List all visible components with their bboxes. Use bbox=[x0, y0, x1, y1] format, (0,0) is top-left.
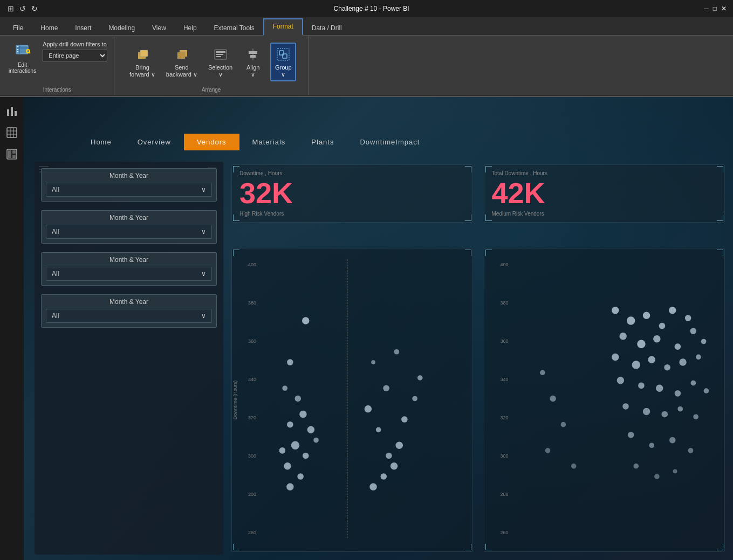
arrange-group-label: Arrange bbox=[114, 87, 308, 93]
pbi-sidebar bbox=[0, 97, 24, 560]
svg-point-85 bbox=[690, 381, 696, 386]
tab-file[interactable]: File bbox=[4, 21, 32, 35]
edit-interactions-button[interactable]: Edit interactions bbox=[6, 39, 38, 76]
svg-rect-15 bbox=[216, 51, 225, 53]
kpi-right-sublabel: Medium Risk Vendors bbox=[492, 211, 717, 217]
svg-point-88 bbox=[642, 408, 649, 415]
tab-external-tools[interactable]: External Tools bbox=[205, 21, 263, 35]
svg-rect-24 bbox=[7, 109, 9, 116]
apply-drill-label: Apply drill down filters to bbox=[43, 41, 107, 47]
tab-view[interactable]: View bbox=[143, 21, 175, 35]
chart-right-br bbox=[717, 544, 723, 550]
window-controls: ─□✕ bbox=[704, 5, 727, 12]
selection-button[interactable]: Selection∨ bbox=[205, 44, 236, 80]
slicer-2-dropdown[interactable]: All ∨ bbox=[46, 225, 212, 239]
svg-point-52 bbox=[391, 462, 398, 469]
tab-format[interactable]: Format bbox=[263, 18, 303, 36]
svg-point-66 bbox=[659, 323, 665, 329]
slicer-3-value: All bbox=[52, 270, 59, 278]
svg-point-98 bbox=[673, 469, 677, 474]
tab-home[interactable]: Home bbox=[32, 21, 66, 35]
y-axis-label-left: Downtime (Hours) bbox=[232, 381, 238, 420]
svg-point-45 bbox=[313, 438, 319, 443]
svg-point-6 bbox=[17, 51, 18, 52]
slicer-2-value: All bbox=[52, 228, 59, 236]
tab-modeling[interactable]: Modeling bbox=[100, 21, 143, 35]
slicer-1-dropdown[interactable]: All ∨ bbox=[46, 183, 212, 197]
save-icon[interactable]: ⊞ bbox=[6, 4, 15, 13]
svg-rect-16 bbox=[216, 54, 223, 55]
scatter-svg-right bbox=[511, 259, 720, 538]
svg-text:←: ← bbox=[176, 56, 180, 60]
chart-right-tr bbox=[717, 250, 723, 256]
svg-point-56 bbox=[401, 416, 408, 423]
nav-tab-materials[interactable]: Materials bbox=[239, 134, 299, 150]
bring-forward-label: Bringforward ∨ bbox=[129, 64, 155, 78]
y-scale-left: 400380360340320300280260 bbox=[248, 262, 256, 535]
main-canvas: Home Overview Vendors Materials Plants D… bbox=[24, 97, 733, 560]
undo-icon[interactable]: ↺ bbox=[18, 4, 27, 13]
kpi-section: Downtime , Hours 32K High Risk Vendors T… bbox=[231, 164, 725, 223]
svg-point-69 bbox=[619, 333, 626, 340]
chart-left-bl bbox=[233, 544, 239, 550]
nav-tab-plants[interactable]: Plants bbox=[298, 134, 347, 150]
interactions-group-label: Interactions bbox=[0, 87, 114, 93]
slicer-1-arrow: ∨ bbox=[201, 186, 206, 193]
nav-tab-overview[interactable]: Overview bbox=[125, 134, 184, 150]
svg-point-91 bbox=[693, 414, 698, 419]
bar-chart-icon[interactable] bbox=[2, 101, 22, 121]
ribbon-tabs-row: File Home Insert Modeling View Help Exte… bbox=[0, 17, 733, 36]
tab-insert[interactable]: Insert bbox=[66, 21, 100, 35]
svg-point-38 bbox=[284, 462, 291, 469]
svg-point-59 bbox=[383, 385, 389, 391]
svg-point-63 bbox=[612, 307, 619, 314]
interactions-group: Edit interactions Apply drill down filte… bbox=[0, 36, 114, 95]
tab-help[interactable]: Help bbox=[175, 21, 205, 35]
svg-point-62 bbox=[394, 349, 400, 355]
slicer-4-dropdown[interactable]: All ∨ bbox=[46, 309, 212, 323]
slicer-2-arrow: ∨ bbox=[201, 228, 206, 236]
svg-point-73 bbox=[690, 328, 696, 334]
send-backward-button[interactable]: ← Sendbackward ∨ bbox=[163, 44, 201, 80]
svg-point-50 bbox=[369, 483, 376, 490]
svg-rect-19 bbox=[249, 51, 257, 54]
nav-tab-downtime[interactable]: DowntimeImpact bbox=[347, 134, 433, 150]
title-bar-left: ⊞ ↺ ↻ bbox=[6, 4, 39, 13]
svg-point-97 bbox=[654, 474, 660, 479]
chart-left: 400380360340320300280260 Downtime (Hours… bbox=[231, 248, 473, 552]
chart-right: 400380360340320300280260 bbox=[484, 248, 725, 552]
svg-point-87 bbox=[622, 403, 629, 410]
svg-point-60 bbox=[417, 375, 423, 381]
nav-tab-vendors[interactable]: Vendors bbox=[184, 134, 239, 150]
svg-point-43 bbox=[299, 411, 306, 418]
svg-point-70 bbox=[637, 340, 645, 348]
apply-drill-dropdown[interactable]: Entire page Selected visuals bbox=[43, 50, 107, 61]
svg-point-74 bbox=[701, 339, 706, 344]
svg-point-93 bbox=[649, 443, 654, 448]
window-title: Challenge # 10 - Power BI bbox=[334, 5, 409, 12]
page-layout-icon[interactable] bbox=[2, 144, 22, 164]
svg-rect-26 bbox=[15, 111, 17, 116]
kpi-left-sublabel: High Risk Vendors bbox=[239, 211, 465, 217]
svg-point-101 bbox=[560, 422, 566, 427]
nav-tab-home[interactable]: Home bbox=[78, 134, 125, 150]
svg-point-99 bbox=[540, 370, 545, 375]
corner-bl bbox=[233, 215, 239, 221]
group-label: Group∨ bbox=[275, 64, 292, 78]
slicer-3-dropdown[interactable]: All ∨ bbox=[46, 267, 212, 281]
table-icon[interactable] bbox=[2, 123, 22, 142]
group-button[interactable]: Group∨ bbox=[270, 43, 296, 81]
svg-rect-27 bbox=[7, 128, 17, 137]
svg-point-41 bbox=[307, 426, 314, 433]
bring-forward-button[interactable]: Bringforward ∨ bbox=[126, 44, 159, 80]
ribbon-area: File Home Insert Modeling View Help Exte… bbox=[0, 17, 733, 97]
align-button[interactable]: Align∨ bbox=[240, 44, 266, 80]
svg-rect-10 bbox=[140, 50, 148, 57]
tab-data-drill[interactable]: Data / Drill bbox=[303, 21, 351, 35]
slicer-4-title: Month & Year bbox=[46, 298, 212, 306]
svg-point-84 bbox=[674, 390, 681, 397]
redo-icon[interactable]: ↻ bbox=[30, 4, 39, 13]
svg-point-76 bbox=[632, 361, 640, 369]
svg-point-64 bbox=[626, 316, 634, 324]
svg-rect-17 bbox=[216, 56, 221, 57]
